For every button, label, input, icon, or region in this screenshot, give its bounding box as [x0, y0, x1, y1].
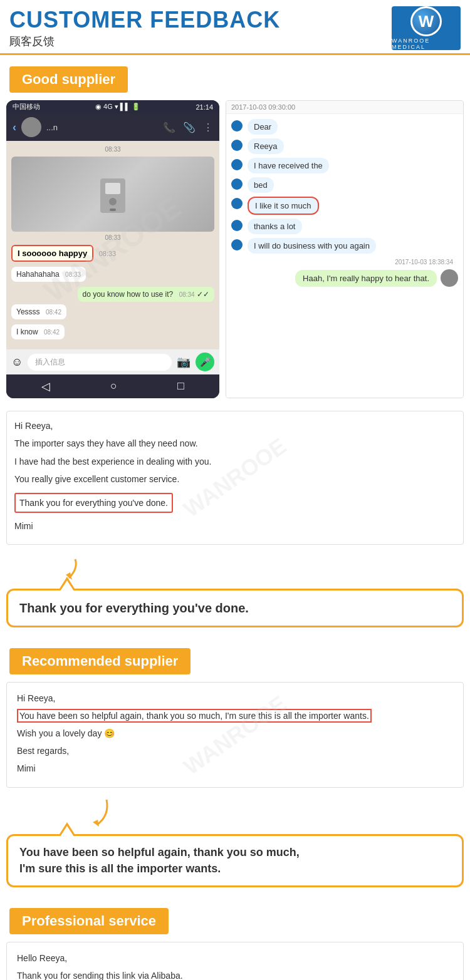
back-arrow-icon[interactable]: ‹: [13, 121, 16, 134]
section2-highlighted-line: You have been so helpful again, thank yo…: [17, 709, 453, 724]
page-header: CUSTOMER FEEDBACK 顾客反馈 WANROOE MEDICAL: [0, 0, 470, 55]
msg-bed: bed: [248, 177, 274, 193]
msg-like: I like it so much: [248, 197, 319, 215]
phone-chat-header: ‹ ...n 📞 📎 ⋮: [6, 113, 219, 141]
phone-operator: 中国移动: [13, 102, 40, 111]
header-title-block: CUSTOMER FEEDBACK 顾客反馈: [9, 8, 280, 49]
section1-callout: Thank you for everything you've done.: [6, 589, 464, 627]
msg-row-dear: Dear: [231, 119, 458, 135]
msg-dot-7: [231, 239, 243, 250]
phone-chat-body: 08:33 08:33 I soooooo h: [6, 141, 219, 349]
msg-dot-3: [231, 159, 243, 170]
chat-time-1: 08:33: [11, 146, 214, 153]
phone-status-icons: ◉ 4G ▾ ▌▌ 🔋: [95, 103, 141, 111]
section3-email-block: WANROOE Hello Reeya, Thank you for sendi…: [6, 942, 464, 980]
call-icons: 📞 📎 ⋮: [163, 121, 213, 133]
text-highlighted: Thank you for everything you've done.: [14, 490, 456, 515]
contact-name: ...n: [46, 123, 58, 132]
section3-label: Professional service: [9, 908, 169, 934]
chat-image: [11, 157, 214, 232]
msg-dot-2: [231, 140, 243, 151]
section2-callout: You have been so helpful again, thank yo…: [6, 834, 464, 887]
section1-label: Good supplier: [9, 66, 128, 93]
msg-haah: Haah, I'm really happy to hear that.: [295, 270, 437, 287]
phone-nav-bar: ◁ ○ □: [6, 374, 219, 398]
msg-row-haah: Haah, I'm really happy to hear that.: [231, 269, 458, 287]
svg-point-2: [109, 198, 117, 205]
highlighted-thank-you: Thank you for everything you've done.: [14, 493, 173, 513]
svg-marker-5: [93, 820, 99, 827]
contact-avatar: [21, 117, 41, 137]
text-line1: The importer says they have all they nee…: [14, 436, 456, 450]
section2-highlighted-span: You have been so helpful again, thank yo…: [17, 709, 372, 723]
msg-row-reeya: Reeya: [231, 138, 458, 154]
section3-greeting: Hello Reeya,: [17, 951, 453, 966]
emoji-icon[interactable]: ☺: [11, 356, 23, 369]
chat-image-placeholder: [11, 157, 214, 232]
video-call-icon[interactable]: 📎: [183, 121, 196, 133]
section-recommended-supplier: Recommended supplier WANROOE Hi Reeya, Y…: [0, 637, 470, 896]
main-title: CUSTOMER FEEDBACK: [9, 8, 280, 33]
msg-dot-1: [231, 120, 243, 132]
chat-row-haha: Hahahahaha 08:33: [11, 267, 214, 284]
msg-yes: Yessss 08:42: [11, 304, 66, 319]
logo-text: WANROOE MEDICAL: [392, 38, 461, 50]
more-icon[interactable]: ⋮: [203, 121, 213, 133]
svg-rect-1: [105, 183, 120, 194]
msg-know: I know 08:42: [11, 324, 65, 339]
msg-haha-time: 08:33: [65, 271, 81, 278]
section2-regards: Best regards,: [17, 744, 453, 759]
phone-status-bar: 中国移动 ◉ 4G ▾ ▌▌ 🔋 21:14: [6, 100, 219, 113]
msg-dot-6: [231, 220, 243, 231]
section3-line1: Thank you for sending this link via Alib…: [17, 969, 453, 981]
logo-globe-icon: [410, 6, 442, 36]
msg-row-received: I have received the: [231, 158, 458, 173]
msg-time: 2017-10-03 18:38:34: [231, 257, 458, 267]
section-good-supplier: Good supplier 中国移动 ◉ 4G ▾ ▌▌ 🔋 21:14 ‹ .…: [0, 55, 470, 637]
section2-callout-text: You have been so helpful again, thank yo…: [19, 846, 300, 874]
section1-row: 中国移动 ◉ 4G ▾ ▌▌ 🔋 21:14 ‹ ...n 📞 📎 ⋮ 08:3…: [6, 100, 464, 398]
msg-do-you-know: do you know how to use it? 08:34 ✓✓: [78, 287, 214, 302]
recent-nav-icon[interactable]: □: [177, 379, 184, 393]
section2-wish: Wish you a lovely day 😊: [17, 726, 453, 741]
chat-input-bar: ☺ 插入信息 📷 🎤: [6, 349, 219, 374]
msg-dot-5: [231, 198, 243, 209]
phone-time: 21:14: [196, 103, 213, 111]
msg-haha: Hahahahaha 08:33: [11, 267, 86, 282]
msg-will-do: I will do business with you again: [248, 238, 376, 254]
right-chat-body: Dear Reeya I have received the bed I lik…: [226, 114, 463, 398]
section2-signature: Mimi: [17, 761, 453, 776]
chat-input-field[interactable]: 插入信息: [28, 354, 172, 371]
msg-dot-4: [231, 178, 243, 190]
signature1: Mimi: [14, 519, 456, 533]
sent-avatar: [441, 269, 458, 287]
msg-happy: I soooooo happyy: [11, 245, 93, 262]
subtitle: 顾客反馈: [9, 34, 280, 49]
section1-text-block: WANROOE Hi Reeya, The importer says they…: [6, 411, 464, 545]
msg-reeya: Reeya: [248, 138, 284, 154]
camera-icon[interactable]: 📷: [177, 355, 191, 369]
svg-rect-3: [110, 209, 116, 211]
greeting1: Hi Reeya,: [14, 419, 456, 433]
msg-received: I have received the: [248, 158, 329, 173]
right-chat-header-time: 2017-10-03 09:30:00: [226, 101, 463, 114]
back-nav-icon[interactable]: ◁: [41, 379, 50, 393]
logo-box: WANROOE MEDICAL: [392, 6, 461, 50]
section2-greeting: Hi Reeya,: [17, 691, 453, 706]
section2-email-block: WANROOE Hi Reeya, You have been so helpf…: [6, 682, 464, 788]
chat-row-know: I know 08:42: [11, 324, 214, 342]
chat-row-yes: Yessss 08:42: [11, 304, 214, 322]
text-line2: I have had the best experience in dealin…: [14, 455, 456, 468]
msg-happy-time: 08:33: [99, 250, 117, 257]
msg-row-bed: bed: [231, 177, 458, 193]
phone-mockup: 中国移动 ◉ 4G ▾ ▌▌ 🔋 21:14 ‹ ...n 📞 📎 ⋮ 08:3…: [6, 100, 219, 398]
phone-call-icon[interactable]: 📞: [163, 121, 175, 133]
msg-row-thanks: thanks a lot: [231, 219, 458, 234]
msg-thanks-lot: thanks a lot: [248, 219, 302, 234]
home-nav-icon[interactable]: ○: [110, 379, 117, 393]
section-professional-service: Professional service WANROOE Hello Reeya…: [0, 897, 470, 980]
msg-row-will-do: I will do business with you again: [231, 238, 458, 254]
chat-row-happy: I soooooo happyy 08:33: [11, 245, 214, 264]
mic-button[interactable]: 🎤: [196, 353, 214, 371]
section2-label: Recommended supplier: [9, 648, 191, 674]
